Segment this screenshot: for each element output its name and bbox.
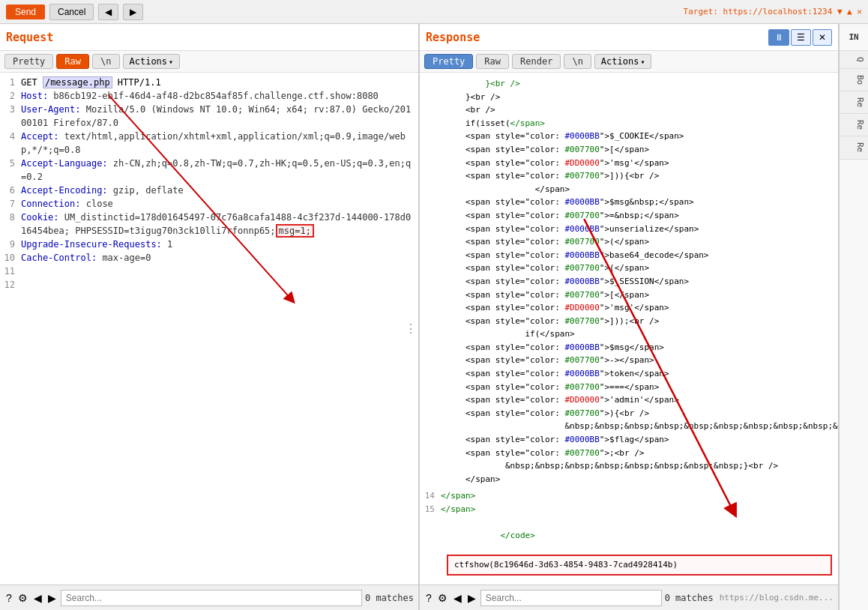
response-search-input[interactable] [480, 590, 662, 606]
target-url: Target: https://localhost:1234 ▼ ▲ ✕ [684, 7, 862, 16]
response-line-16: 16 </code> [420, 517, 838, 555]
tab-request-raw[interactable]: Raw [56, 54, 89, 69]
request-panel: Request Pretty Raw \n Actions ▾ 1 GET /m… [0, 24, 420, 610]
request-line-2: 2 Host: b86cb192-eb1f-46d4-af48-d2bc854a… [0, 89, 418, 103]
request-line-5: 5 Accept-Language: zh-CN,zh;q=0.8,zh-TW;… [0, 157, 418, 184]
view-btn-list[interactable]: ☰ [791, 29, 811, 46]
request-line-4: 4 Accept: text/html,application/xhtml+xm… [0, 130, 418, 157]
response-matches-count: 0 matches [665, 593, 714, 603]
response-code-area[interactable]: }<br /> }<br /> <br /> if(isset(</span> … [420, 73, 838, 585]
request-line-12: 12 [0, 278, 418, 292]
tab-response-actions[interactable]: Actions ▾ [594, 54, 652, 69]
response-code-block: }<br /> }<br /> <br /> if(isset(</span> … [420, 76, 838, 487]
actions-chevron-icon: ▾ [169, 58, 173, 66]
request-line-8: 8 Cookie: UM_distinctid=178d01645497-07c… [0, 211, 418, 238]
request-code-area[interactable]: 1 GET /message.php HTTP/1.1 2 Host: b86c… [0, 73, 418, 585]
inspector-tab-re2[interactable]: Re [840, 114, 868, 136]
response-actions-chevron-icon: ▾ [640, 58, 645, 66]
request-line-1: 1 GET /message.php HTTP/1.1 [0, 76, 418, 89]
request-panel-title: Request [0, 24, 418, 51]
ctfshow-result-text: ctfshow(8c19646d-3d63-4854-9483-7cad4928… [454, 560, 678, 570]
top-bar: Send Cancel ◀ ▶ Target: https://localhos… [0, 0, 868, 24]
request-line-11: 11 [0, 265, 418, 278]
request-line-9: 9 Upgrade-Insecure-Requests: 1 [0, 238, 418, 251]
tab-response-render[interactable]: Render [512, 54, 561, 69]
send-button[interactable]: Send [6, 4, 45, 19]
response-panel: Response ⏸ ☰ ✕ Pretty Raw Render \n Acti… [420, 24, 840, 610]
response-panel-title: Response ⏸ ☰ ✕ [420, 24, 838, 51]
response-settings-button[interactable]: ⚙ [436, 592, 449, 604]
response-help-button[interactable]: ? [424, 592, 433, 604]
response-search-next-button[interactable]: ▶ [466, 592, 477, 604]
drag-handle: ⋮ [405, 323, 417, 335]
request-line-7: 7 Connection: close [0, 197, 418, 211]
request-search-bar: ? ⚙ ◀ ▶ 0 matches [0, 585, 418, 610]
tab-request-n[interactable]: \n [92, 54, 119, 69]
request-search-prev-button[interactable]: ◀ [32, 592, 43, 604]
response-url-preview: https://blog.csdn.me... [720, 593, 834, 603]
ctfshow-result-box: ctfshow(8c19646d-3d63-4854-9483-7cad4928… [447, 555, 832, 576]
response-search-prev-button[interactable]: ◀ [452, 592, 463, 604]
inspector-tab-q[interactable]: Q [840, 51, 868, 69]
request-help-button[interactable]: ? [4, 592, 13, 604]
tab-response-pretty[interactable]: Pretty [424, 54, 473, 69]
response-line-14: 14 </span> [420, 490, 838, 504]
view-mode-buttons: ⏸ ☰ ✕ [768, 29, 832, 46]
inspector-tab-re1[interactable]: Re [840, 91, 868, 114]
next-button[interactable]: ▶ [123, 4, 143, 20]
inspector-tab-bo[interactable]: Bo [840, 69, 868, 91]
request-line-6: 6 Accept-Encoding: gzip, deflate [0, 184, 418, 197]
tab-response-raw[interactable]: Raw [476, 54, 509, 69]
view-btn-split[interactable]: ⏸ [768, 29, 789, 46]
tab-request-pretty[interactable]: Pretty [4, 54, 53, 69]
request-settings-button[interactable]: ⚙ [16, 592, 29, 604]
response-line-15: 15 </span> [420, 504, 838, 517]
tab-response-n[interactable]: \n [564, 54, 591, 69]
response-tab-bar: Pretty Raw Render \n Actions ▾ [420, 51, 838, 73]
prev-button[interactable]: ◀ [98, 4, 118, 20]
request-tab-bar: Pretty Raw \n Actions ▾ [0, 51, 418, 73]
inspector-title: IN [840, 24, 868, 51]
tab-request-actions[interactable]: Actions ▾ [123, 54, 181, 69]
main-area: Request Pretty Raw \n Actions ▾ 1 GET /m… [0, 24, 868, 610]
inspector-panel: IN Q Bo Re Re Re [840, 24, 868, 610]
response-search-bar: ? ⚙ ◀ ▶ 0 matches https://blog.csdn.me..… [420, 585, 838, 610]
request-search-input[interactable] [61, 590, 362, 606]
request-matches-count: 0 matches [365, 593, 414, 603]
view-btn-close[interactable]: ✕ [813, 29, 832, 46]
inspector-tab-re3[interactable]: Re [840, 136, 868, 159]
request-line-10: 10 Cache-Control: max-age=0 [0, 251, 418, 265]
response-bottom-lines: 14 </span> 15 </span> 16 </code> ctfshow… [420, 490, 838, 576]
cancel-button[interactable]: Cancel [49, 4, 94, 20]
request-line-3: 3 User-Agent: Mozilla/5.0 (Windows NT 10… [0, 103, 418, 130]
request-search-next-button[interactable]: ▶ [46, 592, 58, 604]
